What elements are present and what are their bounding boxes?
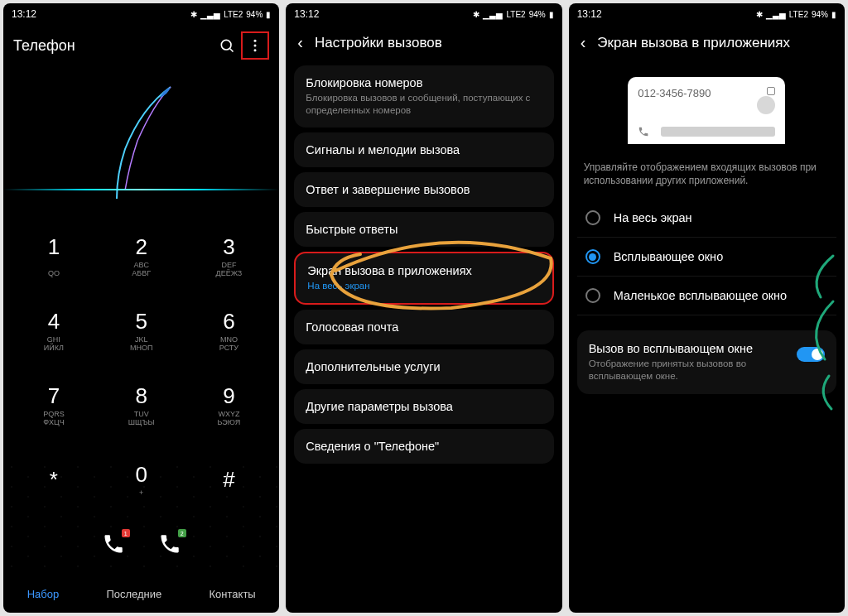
item-subtitle: На весь экран <box>307 280 540 292</box>
call-button-row: 1 2 <box>3 517 279 575</box>
radio-label: На весь экран <box>614 211 692 224</box>
signal-icon: ▁▃▅ <box>200 10 220 19</box>
title-bar: Телефон <box>3 25 279 66</box>
header: ‹ Настройки вызовов <box>286 25 561 60</box>
radio-label: Всплывающее окно <box>614 250 724 263</box>
settings-item[interactable]: Блокировка номеровБлокировка вызовов и с… <box>294 65 553 128</box>
status-bar: 13:12 ✱▁▃▅LTE2 94%▮ <box>569 3 845 25</box>
dial-key-7[interactable]: 7PQRS ФХЦЧ <box>10 368 98 442</box>
radio-option[interactable]: Всплывающее окно <box>577 238 836 277</box>
dial-key-9[interactable]: 9WXYZ ЬЭЮЯ <box>186 368 273 442</box>
dial-key-letters: ABC АБВГ <box>132 262 151 278</box>
mock-control-icon <box>767 87 775 95</box>
status-icons: ✱ ▁▃▅ LTE2 94% ▮ <box>190 10 271 19</box>
popup-call-toggle[interactable] <box>797 347 825 362</box>
mock-avatar <box>757 96 775 114</box>
switch-subtitle: Отображение принятых вызовов во всплываю… <box>589 358 788 383</box>
mock-number: 012-3456-7890 <box>638 87 711 99</box>
dial-key-4[interactable]: 4GHI ИЙКЛ <box>10 293 98 368</box>
settings-item[interactable]: Другие параметры вызова <box>294 389 553 424</box>
back-button[interactable]: ‹ <box>297 33 303 52</box>
dial-key-6[interactable]: 6MNO РСТУ <box>186 293 273 368</box>
mock-bar <box>661 127 775 137</box>
back-button[interactable]: ‹ <box>581 33 586 52</box>
settings-item[interactable]: Быстрые ответы <box>294 212 553 247</box>
dial-key-3[interactable]: 3DEF ДЕЁЖЗ <box>186 219 273 293</box>
svg-point-3 <box>254 45 257 47</box>
glow-bar <box>3 189 279 190</box>
settings-item[interactable]: Голосовая почта <box>294 310 553 344</box>
radio-icon <box>585 288 600 303</box>
dial-key-number: 3 <box>223 234 234 260</box>
dial-key-number: 8 <box>135 383 147 409</box>
bottom-tabs: Набор Последние Контакты <box>3 575 279 613</box>
dial-key-letters: GHI ИЙКЛ <box>44 336 64 353</box>
wallpaper-area <box>3 66 279 215</box>
settings-item[interactable]: Сведения о "Телефоне" <box>294 429 553 464</box>
phone-screen-dialer: 13:12 ✱ ▁▃▅ LTE2 94% ▮ Телефон 1 QO2ABC … <box>3 3 279 613</box>
lte-icon: LTE2 <box>224 10 243 19</box>
bluetooth-icon: ✱ <box>190 10 197 19</box>
settings-item[interactable]: Сигналы и мелодии вызова <box>294 132 553 167</box>
header-title: Настройки вызовов <box>315 35 442 51</box>
app-title: Телефон <box>13 37 213 55</box>
dial-key-number: 6 <box>223 309 234 334</box>
dial-key-number: # <box>223 467 234 493</box>
call-sim2-button[interactable]: 2 <box>158 532 181 559</box>
header: ‹ Экран вызова в приложениях <box>569 25 845 60</box>
dial-pad: 1 QO2ABC АБВГ3DEF ДЕЁЖЗ4GHI ИЙКЛ5JKL МНО… <box>3 215 279 517</box>
radio-option[interactable]: Маленькое всплывающее окно <box>577 277 836 315</box>
settings-item[interactable]: Дополнительные услуги <box>294 349 553 384</box>
dial-key-letters: WXYZ ЬЭЮЯ <box>217 411 240 427</box>
item-title: Голосовая почта <box>306 320 542 334</box>
switch-title: Вызов во всплывающем окне <box>589 342 788 355</box>
dial-key-2[interactable]: 2ABC АБВГ <box>98 219 186 293</box>
dial-key-letters: QO <box>48 262 60 278</box>
radio-option[interactable]: На весь экран <box>577 199 836 238</box>
settings-item[interactable]: Экран вызова в приложенияхНа весь экран <box>294 252 553 305</box>
status-time: 13:12 <box>294 8 319 20</box>
dial-key-0[interactable]: 0+ <box>98 442 186 517</box>
settings-list: Блокировка номеровБлокировка вызовов и с… <box>286 60 561 613</box>
dial-key-8[interactable]: 8TUV ШЩЪЫ <box>98 368 186 442</box>
settings-item[interactable]: Ответ и завершение вызовов <box>294 172 553 207</box>
item-title: Блокировка номеров <box>306 76 542 89</box>
dial-key-*[interactable]: * <box>10 442 98 517</box>
tab-dial[interactable]: Набор <box>27 588 60 600</box>
dial-key-letters: JKL МНОП <box>130 336 152 353</box>
dial-key-letters: DEF ДЕЁЖЗ <box>216 262 243 278</box>
more-menu-button[interactable] <box>241 31 269 60</box>
status-icons: ✱▁▃▅LTE2 94%▮ <box>756 10 836 19</box>
dial-key-number: 1 <box>48 234 60 260</box>
status-bar: 13:12 ✱ ▁▃▅ LTE2 94% ▮ <box>3 3 279 25</box>
sim2-badge: 2 <box>178 529 186 537</box>
mock-call-icon <box>638 126 649 137</box>
item-title: Дополнительные услуги <box>306 360 542 373</box>
description-text: Управляйте отображением входящих вызовов… <box>569 161 845 195</box>
dial-key-#[interactable]: # <box>186 442 273 517</box>
dial-key-5[interactable]: 5JKL МНОП <box>98 293 186 368</box>
svg-point-2 <box>254 40 257 42</box>
dial-key-number: 5 <box>135 309 147 334</box>
dial-key-letters: PQRS ФХЦЧ <box>43 411 65 427</box>
status-time: 13:12 <box>12 8 36 20</box>
phone-screen-call-display: 13:12 ✱▁▃▅LTE2 94%▮ ‹ Экран вызова в при… <box>569 3 845 613</box>
svg-point-0 <box>222 40 232 50</box>
search-button[interactable] <box>213 31 241 60</box>
call-sim1-button[interactable]: 1 <box>102 532 125 559</box>
dial-key-number: * <box>50 467 58 493</box>
sim1-badge: 1 <box>122 529 130 537</box>
status-bar: 13:12 ✱▁▃▅LTE2 94%▮ <box>286 3 561 25</box>
item-title: Ответ и завершение вызовов <box>306 183 542 196</box>
radio-icon <box>585 249 600 264</box>
status-icons: ✱▁▃▅LTE2 94%▮ <box>473 10 553 19</box>
item-title: Быстрые ответы <box>306 223 542 236</box>
item-subtitle: Блокировка вызовов и сообщений, поступаю… <box>306 92 542 117</box>
svg-line-1 <box>230 49 234 52</box>
tab-recent[interactable]: Последние <box>106 588 161 600</box>
dial-key-number: 2 <box>135 234 147 260</box>
dial-key-1[interactable]: 1 QO <box>10 219 98 293</box>
item-title: Экран вызова в приложениях <box>307 264 540 277</box>
tab-contacts[interactable]: Контакты <box>210 588 256 600</box>
svg-point-4 <box>254 49 257 51</box>
